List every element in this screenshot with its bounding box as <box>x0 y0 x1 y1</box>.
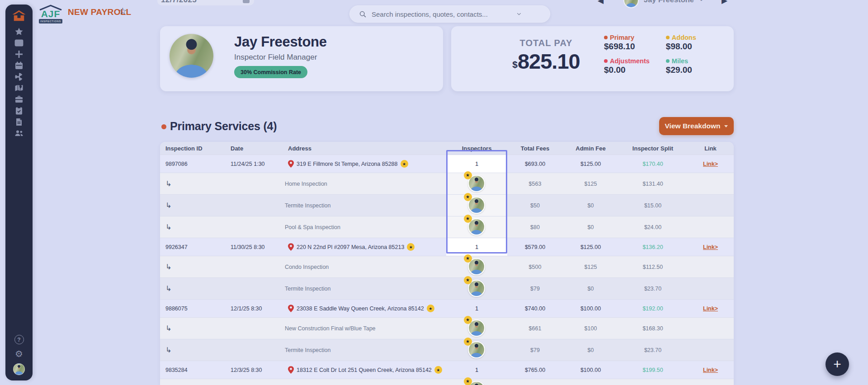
address-text: 220 N 22nd Pl #2097 Mesa, Arizona 85213 <box>297 244 404 250</box>
sidebar-user-avatar[interactable] <box>13 363 25 375</box>
table-subrow[interactable]: ↳ New Construction Final w/Blue Tape ★ $… <box>160 379 734 385</box>
add-fab-button[interactable]: + <box>826 352 849 376</box>
date-range-value: 11/24/2025 - 12/7/2025 <box>161 0 243 5</box>
inspector-split: $23.70 <box>618 278 687 299</box>
total-fees: $765.00 <box>507 361 563 379</box>
brand-name: AJF <box>39 10 62 18</box>
star-badge-icon: ★ <box>464 377 472 385</box>
star-badge-icon: ★ <box>464 254 472 263</box>
inspector-avatar-wrap: ★ <box>468 341 486 359</box>
table-subrow[interactable]: ↳ Termite Inspection ★ $79 $0 $23.70 <box>160 339 734 361</box>
table-subrow[interactable]: ↳ Termite Inspection ★ $50 $0 $15.00 <box>160 194 734 216</box>
table-row[interactable]: 9926347 11/30/25 8:30 220 N 22nd Pl #209… <box>160 238 734 256</box>
table-subrow[interactable]: ↳ Home Inspection ★ $563 $125 $131.40 <box>160 173 734 194</box>
inspectors-count[interactable]: 1 <box>446 361 507 379</box>
calendar-icon <box>14 61 24 70</box>
table-subrow[interactable]: ↳ Condo Inspection ★ $500 $125 $112.50 <box>160 256 734 277</box>
inspector-profile-card: Jay Freestone Inspector Field Manager 30… <box>160 26 443 91</box>
sidebar-item-radar[interactable] <box>14 72 24 81</box>
star-badge-icon: ★ <box>464 215 472 223</box>
search-input[interactable] <box>371 10 516 19</box>
payroll-page: ? ⚙ AJF INSPECTIONS NEW PAYROLL ☆ 11/24/… <box>0 0 868 385</box>
prev-arrow-button[interactable]: ◀ <box>598 0 604 5</box>
sidebar-item-team[interactable] <box>14 129 24 138</box>
inspectors-count[interactable]: 1 <box>446 238 507 256</box>
table-row[interactable]: 9835284 12/3/25 8:30 18312 E Colt Dr Lot… <box>160 361 734 379</box>
inspector-avatar-wrap: ★ <box>468 319 486 338</box>
map-pin-icon <box>288 366 294 374</box>
next-arrow-button[interactable]: ▶ <box>722 0 727 5</box>
date-range-picker[interactable]: 11/24/2025 - 12/7/2025 <box>157 0 254 5</box>
sidebar-item-favorites[interactable] <box>14 27 24 36</box>
sidebar-item-map[interactable] <box>14 84 24 93</box>
map-pin-icon <box>288 305 294 312</box>
home-logo-icon[interactable] <box>12 10 26 22</box>
user-menu-chevron-icon[interactable]: ⌄ <box>698 0 704 3</box>
help-icon[interactable]: ? <box>14 335 24 344</box>
inspector-avatar-wrap: ★ <box>468 381 486 385</box>
total-fees: $661 <box>507 318 563 339</box>
table-subrow[interactable]: ↳ Pool & Spa Inspection ★ $80 $0 $24.00 <box>160 216 734 238</box>
global-search <box>349 5 550 23</box>
inspectors-count[interactable]: 1 <box>446 155 507 173</box>
brand-tagline: INSPECTIONS <box>39 19 62 23</box>
service-name: Condo Inspection <box>280 256 446 277</box>
inspection-link[interactable]: Link> <box>703 161 718 167</box>
star-badge-icon: ★ <box>464 276 472 284</box>
inspection-date: 11/30/25 8:30 <box>226 238 280 256</box>
subitem-arrow-icon: ↳ <box>165 324 171 333</box>
inspection-date: 12/3/25 8:30 <box>226 361 280 379</box>
chevron-down-icon[interactable] <box>516 11 522 17</box>
inspection-link[interactable]: Link> <box>703 244 718 250</box>
table-row[interactable]: 9897086 11/24/25 1:30 319 E Fillmore St … <box>160 155 734 173</box>
admin-fee: $100 <box>563 318 618 339</box>
primary-services-table: Inspection IDDateAddressInspectorsTotal … <box>160 142 734 385</box>
sidebar-item-tasks[interactable] <box>14 106 24 115</box>
legend-label: Primary <box>610 34 634 41</box>
brand-logo[interactable]: AJF INSPECTIONS <box>39 5 62 23</box>
view-breakdown-button[interactable]: View Breakdown <box>659 117 734 135</box>
section-bullet-icon <box>161 124 166 129</box>
inspector-avatar-wrap: ★ <box>468 280 486 298</box>
chart-icon <box>14 38 24 47</box>
legend-item: Primary $698.10 <box>604 34 650 52</box>
column-header: Inspection ID <box>160 145 226 152</box>
user-menu-avatar[interactable] <box>623 0 639 8</box>
sidebar-item-documents[interactable] <box>14 117 24 127</box>
radiation-icon <box>14 72 24 81</box>
sidebar-item-reports[interactable] <box>14 38 24 47</box>
inspection-link[interactable]: Link> <box>703 305 718 312</box>
user-menu-name[interactable]: Jay Freestone <box>644 0 694 4</box>
service-name: Home Inspection <box>280 173 446 194</box>
table-body: 9897086 11/24/25 1:30 319 E Fillmore St … <box>160 155 734 385</box>
subitem-arrow-icon: ↳ <box>165 346 171 354</box>
favorite-star-icon[interactable]: ☆ <box>118 6 127 17</box>
map-pin-icon <box>288 160 294 168</box>
inspector-split: $170.40 <box>618 155 687 173</box>
star-badge-icon: ★ <box>407 243 415 251</box>
commission-rate-badge: 30% Commission Rate <box>234 66 307 78</box>
date-picker-icon <box>243 0 250 3</box>
inspector-split: $112.50 <box>618 256 687 277</box>
table-header: Inspection IDDateAddressInspectorsTotal … <box>160 142 734 155</box>
inspector-split: $15.00 <box>618 195 687 216</box>
subitem-arrow-icon: ↳ <box>165 263 171 271</box>
inspectors-count[interactable]: 1 <box>446 300 507 317</box>
inspector-split: $168.30 <box>618 318 687 339</box>
sidebar-item-jobs[interactable] <box>14 95 24 104</box>
inspection-id: 9897086 <box>160 155 226 173</box>
subitem-arrow-icon: ↳ <box>165 201 171 210</box>
total-fees: $79 <box>507 339 563 361</box>
inspector-split: $178.80 <box>618 379 687 385</box>
table-row[interactable]: 9886075 12/1/25 8:30 23038 E Saddle Way … <box>160 299 734 317</box>
inspection-date: 11/24/25 1:30 <box>226 155 280 173</box>
gear-icon[interactable]: ⚙ <box>15 349 23 358</box>
table-subrow[interactable]: ↳ New Construction Final w/Blue Tape ★ $… <box>160 317 734 339</box>
sidebar-item-calendar[interactable] <box>14 61 24 70</box>
address-text: 18312 E Colt Dr Lot 251 Queen Creek, Ari… <box>297 367 432 373</box>
table-subrow[interactable]: ↳ Termite Inspection ★ $79 $0 $23.70 <box>160 277 734 299</box>
sidebar-item-new[interactable] <box>14 50 24 59</box>
total-fees: $79 <box>507 278 563 299</box>
inspection-link[interactable]: Link> <box>703 367 718 373</box>
admin-fee: $125 <box>563 256 618 277</box>
